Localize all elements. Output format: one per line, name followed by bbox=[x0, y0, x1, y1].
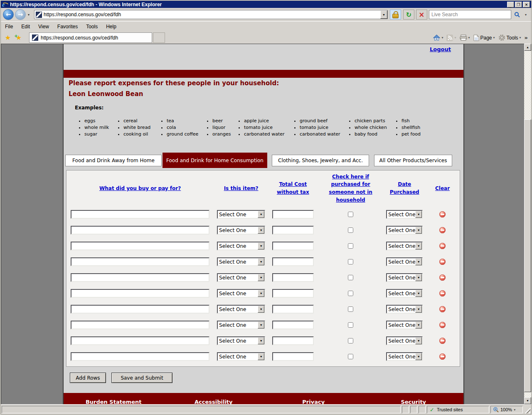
footer-link[interactable]: Privacy bbox=[302, 399, 325, 404]
is-this-item-select[interactable]: Select One ▼ bbox=[217, 352, 265, 361]
security-zone-panel[interactable]: ✓ Trusted sites bbox=[427, 406, 489, 413]
add-favorite-button[interactable]: ★ + bbox=[13, 33, 24, 43]
menu-item[interactable]: Favorites bbox=[53, 22, 82, 31]
is-this-item-select[interactable]: Select One ▼ bbox=[217, 226, 265, 235]
not-in-household-checkbox[interactable] bbox=[348, 227, 353, 233]
footer-link[interactable]: Burden Statement bbox=[86, 399, 142, 404]
search-button[interactable] bbox=[511, 10, 522, 19]
menu-item[interactable]: Tools bbox=[82, 22, 102, 31]
date-purchased-select[interactable]: Select One ▼ bbox=[386, 321, 423, 329]
address-dropdown-button[interactable]: ▼ bbox=[380, 10, 387, 19]
toolbar-overflow-chevron[interactable]: » bbox=[523, 35, 530, 41]
is-this-item-select[interactable]: Select One ▼ bbox=[217, 257, 265, 266]
new-tab-stub[interactable] bbox=[153, 32, 165, 43]
scroll-up-button[interactable]: ▲ bbox=[524, 44, 531, 51]
menu-item[interactable]: File bbox=[1, 22, 17, 31]
total-cost-input[interactable] bbox=[272, 336, 314, 345]
favorites-center-button[interactable]: ★ bbox=[2, 33, 13, 43]
clear-row-button[interactable] bbox=[439, 274, 446, 281]
is-this-item-select[interactable]: Select One ▼ bbox=[217, 305, 265, 314]
date-purchased-select[interactable]: Select One ▼ bbox=[386, 336, 423, 345]
is-this-item-select[interactable]: Select One ▼ bbox=[217, 242, 265, 250]
menu-item[interactable]: Edit bbox=[17, 22, 34, 31]
logout-link[interactable]: Logout bbox=[430, 46, 451, 52]
save-and-submit-button[interactable]: Save and Submit bbox=[111, 373, 172, 383]
resize-grip[interactable] bbox=[524, 407, 530, 413]
total-cost-input[interactable] bbox=[272, 257, 314, 266]
header-item-link[interactable]: What did you buy or pay for? bbox=[99, 185, 181, 193]
total-cost-input[interactable] bbox=[272, 352, 314, 361]
item-description-input[interactable] bbox=[71, 226, 209, 235]
page-tab[interactable]: https://respond.census.gov/ced/fdh bbox=[29, 32, 152, 43]
date-purchased-select[interactable]: Select One ▼ bbox=[386, 273, 423, 282]
date-purchased-select[interactable]: Select One ▼ bbox=[386, 210, 423, 219]
is-this-item-select[interactable]: Select One ▼ bbox=[217, 289, 265, 298]
tools-menu-button[interactable]: Tools ▾ bbox=[497, 33, 523, 43]
header-is-item-link[interactable]: Is this item? bbox=[224, 185, 259, 193]
not-in-household-checkbox[interactable] bbox=[348, 322, 353, 328]
date-purchased-select[interactable]: Select One ▼ bbox=[386, 305, 423, 314]
restore-button[interactable]: ❐ bbox=[515, 2, 522, 7]
clear-row-button[interactable] bbox=[439, 353, 446, 360]
date-purchased-select[interactable]: Select One ▼ bbox=[386, 257, 423, 266]
total-cost-input[interactable] bbox=[272, 273, 314, 282]
print-button[interactable]: ▾ bbox=[458, 33, 472, 43]
item-description-input[interactable] bbox=[71, 273, 209, 282]
not-in-household-checkbox[interactable] bbox=[348, 354, 353, 359]
security-lock-button[interactable] bbox=[390, 10, 401, 20]
zoom-control[interactable]: 100% ▾ bbox=[490, 406, 523, 413]
header-not-household-link[interactable]: Check here if purchased for someone not … bbox=[326, 173, 376, 204]
scrollbar-thumb[interactable] bbox=[524, 119, 531, 392]
clear-row-button[interactable] bbox=[439, 259, 446, 265]
item-description-input[interactable] bbox=[71, 210, 209, 219]
footer-link[interactable]: Accessibility bbox=[195, 399, 233, 404]
search-input[interactable] bbox=[429, 12, 511, 17]
forward-button[interactable]: → bbox=[15, 9, 26, 20]
category-tab[interactable]: Food and Drink Away from Home bbox=[65, 155, 162, 166]
not-in-household-checkbox[interactable] bbox=[348, 212, 353, 217]
date-purchased-select[interactable]: Select One ▼ bbox=[386, 242, 423, 250]
total-cost-input[interactable] bbox=[272, 242, 314, 250]
refresh-button[interactable]: ↻ bbox=[403, 10, 414, 20]
stop-button[interactable]: × bbox=[416, 10, 427, 20]
date-purchased-select[interactable]: Select One ▼ bbox=[386, 352, 423, 361]
not-in-household-checkbox[interactable] bbox=[348, 291, 353, 296]
clear-row-button[interactable] bbox=[439, 306, 446, 312]
item-description-input[interactable] bbox=[71, 257, 209, 266]
total-cost-input[interactable] bbox=[272, 305, 314, 314]
scroll-down-button[interactable]: ▼ bbox=[524, 397, 531, 404]
clear-row-button[interactable] bbox=[439, 322, 446, 328]
footer-link[interactable]: Security bbox=[401, 399, 426, 404]
is-this-item-select[interactable]: Select One ▼ bbox=[217, 210, 265, 219]
clear-row-button[interactable] bbox=[439, 211, 446, 217]
item-description-input[interactable] bbox=[71, 305, 209, 314]
minimize-button[interactable]: _ bbox=[507, 2, 514, 7]
total-cost-input[interactable] bbox=[272, 226, 314, 235]
clear-row-button[interactable] bbox=[439, 290, 446, 296]
not-in-household-checkbox[interactable] bbox=[348, 259, 353, 264]
clear-row-button[interactable] bbox=[439, 227, 446, 233]
header-clear-link[interactable]: Clear bbox=[435, 185, 450, 193]
total-cost-input[interactable] bbox=[272, 210, 314, 219]
is-this-item-select[interactable]: Select One ▼ bbox=[217, 336, 265, 345]
item-description-input[interactable] bbox=[71, 321, 209, 329]
not-in-household-checkbox[interactable] bbox=[348, 306, 353, 312]
rss-feeds-button[interactable]: ▾ bbox=[445, 33, 458, 43]
item-description-input[interactable] bbox=[71, 242, 209, 250]
item-description-input[interactable] bbox=[71, 352, 209, 361]
category-tab[interactable]: Clothing, Shoes, Jewelry, and Acc. bbox=[272, 155, 369, 166]
clear-row-button[interactable] bbox=[439, 243, 446, 249]
item-description-input[interactable] bbox=[71, 289, 209, 298]
menu-item[interactable]: View bbox=[34, 22, 53, 31]
home-button[interactable]: ▾ bbox=[431, 33, 445, 43]
history-dropdown[interactable]: ▾ bbox=[26, 13, 32, 17]
item-description-input[interactable] bbox=[71, 336, 209, 345]
url-input[interactable] bbox=[42, 12, 380, 17]
back-button[interactable]: ← bbox=[3, 9, 14, 20]
add-rows-button[interactable]: Add Rows bbox=[70, 373, 106, 383]
scrollbar-track[interactable] bbox=[524, 51, 531, 397]
menu-item[interactable]: Help bbox=[102, 22, 121, 31]
date-purchased-select[interactable]: Select One ▼ bbox=[386, 226, 423, 235]
category-tab[interactable]: All Other Products/Services bbox=[374, 155, 452, 166]
total-cost-input[interactable] bbox=[272, 289, 314, 298]
